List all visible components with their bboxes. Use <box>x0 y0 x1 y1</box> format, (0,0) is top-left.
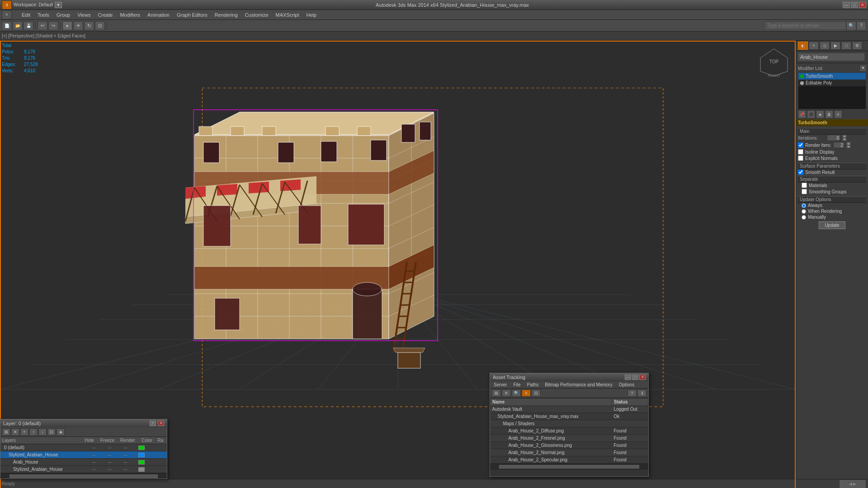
asset-menu-server[interactable]: Server <box>492 382 509 388</box>
render-iters-up[interactable]: ▲ <box>846 142 851 145</box>
menu-item-group[interactable]: Group <box>53 11 74 19</box>
motion-panel-button[interactable]: ▶ <box>830 42 840 50</box>
iterations-spinner[interactable]: ▲ ▼ <box>842 135 847 141</box>
layer-manager-titlebar[interactable]: Layer: 0 (default) ? ✕ <box>0 419 167 427</box>
hierarchy-panel-button[interactable]: ◇ <box>820 42 830 50</box>
pin-stack-button[interactable]: 📌 <box>798 110 806 118</box>
layer-freeze-1[interactable]: — <box>102 452 118 457</box>
render-iters-spinner[interactable]: ▲ ▼ <box>846 142 851 148</box>
create-panel-button[interactable]: + <box>809 42 819 50</box>
asset-row-1[interactable]: Stylized_Arabian_House_max_vray.maxOk <box>491 413 648 420</box>
always-radio[interactable] <box>802 203 806 208</box>
explicit-normals-checkbox[interactable] <box>798 155 803 161</box>
layer-render-0[interactable]: — <box>118 445 133 450</box>
menu-item-customize[interactable]: Customize <box>241 11 272 19</box>
asset-tool-4[interactable]: ≡ <box>522 389 531 397</box>
layer-render-2[interactable]: — <box>118 460 133 465</box>
menu-item-maxscript[interactable]: MAXScript <box>272 11 303 19</box>
menu-item-edit[interactable]: Edit <box>18 11 34 19</box>
layer-freeze-3[interactable]: — <box>102 467 118 472</box>
asset-row-6[interactable]: Arab_House_2_Normal.pngFound <box>491 449 648 456</box>
asset-tool-3[interactable]: 🔍 <box>512 389 521 397</box>
when-rendering-radio[interactable] <box>802 209 806 214</box>
redo-button[interactable]: ↪ <box>48 21 58 30</box>
layer-tool-1[interactable]: ⊞ <box>2 428 10 436</box>
asset-maximize-btn[interactable]: □ <box>632 375 638 380</box>
minimize-button[interactable]: — <box>843 2 850 8</box>
asset-menu-file[interactable]: File <box>511 382 522 388</box>
move-button[interactable]: ✛ <box>73 21 83 30</box>
update-button[interactable]: Update <box>819 221 845 229</box>
navigation-cube[interactable]: TOP FRONT <box>756 44 792 80</box>
close-button[interactable]: ✕ <box>859 2 866 8</box>
asset-menu-paths[interactable]: Paths <box>525 382 541 388</box>
layer-row-2[interactable]: Arab_House — — — <box>0 459 167 466</box>
layer-render-3[interactable]: — <box>118 467 133 472</box>
render-iters-checkbox[interactable] <box>798 142 803 148</box>
asset-row-5[interactable]: Arab_House_2_Glossiness.pngFound <box>491 442 648 449</box>
iterations-input[interactable] <box>827 135 840 141</box>
asset-tracking-titlebar[interactable]: Asset Tracking — □ ✕ <box>490 373 648 381</box>
iterations-up[interactable]: ▲ <box>842 135 847 138</box>
layer-tool-3[interactable]: + <box>20 428 28 436</box>
search-input[interactable] <box>765 22 846 30</box>
remove-modifier-button[interactable]: 🗑 <box>825 110 833 118</box>
asset-horizontal-scrollbar[interactable] <box>490 464 648 469</box>
asset-menu-bitmap-performance-and-memory[interactable]: Bitmap Performance and Memory <box>543 382 614 388</box>
asset-menu-options[interactable]: Options <box>617 382 636 388</box>
layer-render-1[interactable]: — <box>118 452 133 457</box>
layer-color-3[interactable] <box>133 467 149 472</box>
smooth-result-checkbox[interactable] <box>798 169 803 175</box>
layer-tool-2[interactable]: ✕ <box>11 428 19 436</box>
select-button[interactable]: ▸ <box>62 21 72 30</box>
open-button[interactable]: 📂 <box>13 21 23 30</box>
object-name-input[interactable]: Arab_House <box>798 53 865 61</box>
layer-row-1[interactable]: Stylized_Arabian_House — — — <box>0 451 167 459</box>
make-unique-button[interactable]: ◈ <box>816 110 824 118</box>
asset-help-btn[interactable]: ? <box>627 389 637 397</box>
search-button[interactable]: 🔍 <box>846 21 856 30</box>
layer-hide-1[interactable]: — <box>86 452 102 457</box>
utilities-panel-button[interactable]: ⚙ <box>852 42 862 50</box>
timeline-controls[interactable]: ◀ ▶ <box>839 479 866 488</box>
configure-button[interactable]: ≡ <box>834 110 842 118</box>
layer-freeze-0[interactable]: — <box>102 445 118 450</box>
maximize-button[interactable]: □ <box>851 2 858 8</box>
layer-color-1[interactable] <box>133 453 149 457</box>
asset-tool-2[interactable]: ✕ <box>502 389 511 397</box>
undo-button[interactable]: ↩ <box>38 21 47 30</box>
layer-color-0[interactable] <box>133 446 149 450</box>
menu-item-create[interactable]: Create <box>94 11 116 19</box>
layer-row-3[interactable]: Stylized_Arabian_House — — — <box>0 466 167 473</box>
asset-row-2[interactable]: Maps / Shaders <box>491 420 648 427</box>
materials-checkbox[interactable] <box>802 183 807 188</box>
asset-row-7[interactable]: Arab_House_2_Specular.pngFound <box>491 456 648 464</box>
menu-item-animation[interactable]: Animation <box>144 11 173 19</box>
menu-item-help[interactable]: Help <box>303 11 321 19</box>
asset-row-4[interactable]: Arab_House_2_Fresnel.pngFound <box>491 435 648 442</box>
manually-radio[interactable] <box>802 215 806 220</box>
scale-button[interactable]: ⊡ <box>95 21 105 30</box>
new-button[interactable]: 📄 <box>2 21 12 30</box>
menu-item-graph-editors[interactable]: Graph Editors <box>173 11 211 19</box>
asset-close-btn[interactable]: ✕ <box>639 375 646 380</box>
modifier-dropdown-btn[interactable]: ▼ <box>860 65 866 71</box>
menu-item-modifiers[interactable]: Modifiers <box>116 11 144 19</box>
help-button[interactable]: ? <box>856 21 866 30</box>
layer-freeze-2[interactable]: — <box>102 460 118 465</box>
asset-row-0[interactable]: Autodesk VaultLogged Out <box>491 406 648 413</box>
asset-minimize-btn[interactable]: — <box>625 375 631 380</box>
save-button[interactable]: 💾 <box>24 21 33 30</box>
layer-tool-6[interactable]: ⊡ <box>47 428 56 436</box>
show-end-result-button[interactable]: ⬛ <box>807 110 815 118</box>
asset-row-3[interactable]: Arab_House_2_Diffuse.pngFound <box>491 427 648 435</box>
smoothing-groups-checkbox[interactable] <box>802 189 807 194</box>
modifier-editable-poly[interactable]: Editable Poly <box>798 80 866 86</box>
layer-hide-3[interactable]: — <box>86 467 102 472</box>
layer-tool-4[interactable]: ↑ <box>29 428 38 436</box>
layer-row-0[interactable]: 0 (default) — — — <box>0 444 167 451</box>
modifier-turbosmooth[interactable]: TurboSmooth <box>798 73 866 80</box>
menu-item-views[interactable]: Views <box>74 11 94 19</box>
layer-color-2[interactable] <box>133 460 149 465</box>
rotate-button[interactable]: ↻ <box>84 21 94 30</box>
